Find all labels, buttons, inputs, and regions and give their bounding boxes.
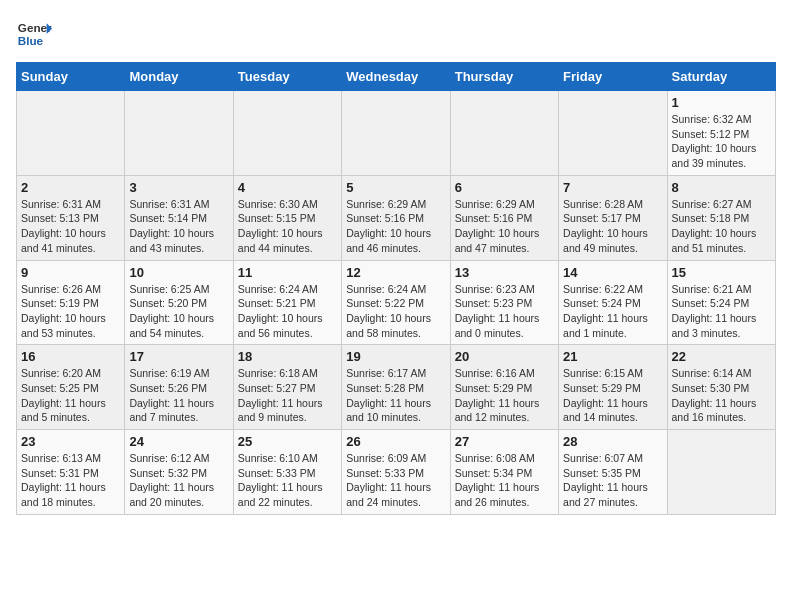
day-info: Sunrise: 6:15 AM Sunset: 5:29 PM Dayligh… (563, 366, 662, 425)
calendar-week-0: 1Sunrise: 6:32 AM Sunset: 5:12 PM Daylig… (17, 91, 776, 176)
day-number: 24 (129, 434, 228, 449)
day-number: 12 (346, 265, 445, 280)
weekday-header-saturday: Saturday (667, 63, 775, 91)
calendar-cell: 2Sunrise: 6:31 AM Sunset: 5:13 PM Daylig… (17, 175, 125, 260)
calendar-cell (17, 91, 125, 176)
weekday-header-sunday: Sunday (17, 63, 125, 91)
calendar-cell (233, 91, 341, 176)
day-info: Sunrise: 6:10 AM Sunset: 5:33 PM Dayligh… (238, 451, 337, 510)
day-info: Sunrise: 6:22 AM Sunset: 5:24 PM Dayligh… (563, 282, 662, 341)
calendar-week-1: 2Sunrise: 6:31 AM Sunset: 5:13 PM Daylig… (17, 175, 776, 260)
logo: General Blue (16, 16, 52, 52)
day-number: 3 (129, 180, 228, 195)
calendar-week-2: 9Sunrise: 6:26 AM Sunset: 5:19 PM Daylig… (17, 260, 776, 345)
calendar-cell: 5Sunrise: 6:29 AM Sunset: 5:16 PM Daylig… (342, 175, 450, 260)
calendar-cell: 27Sunrise: 6:08 AM Sunset: 5:34 PM Dayli… (450, 430, 558, 515)
calendar-cell: 6Sunrise: 6:29 AM Sunset: 5:16 PM Daylig… (450, 175, 558, 260)
day-number: 20 (455, 349, 554, 364)
day-info: Sunrise: 6:12 AM Sunset: 5:32 PM Dayligh… (129, 451, 228, 510)
day-number: 11 (238, 265, 337, 280)
calendar-cell: 17Sunrise: 6:19 AM Sunset: 5:26 PM Dayli… (125, 345, 233, 430)
calendar-cell: 7Sunrise: 6:28 AM Sunset: 5:17 PM Daylig… (559, 175, 667, 260)
day-info: Sunrise: 6:21 AM Sunset: 5:24 PM Dayligh… (672, 282, 771, 341)
calendar-cell: 1Sunrise: 6:32 AM Sunset: 5:12 PM Daylig… (667, 91, 775, 176)
weekday-header-friday: Friday (559, 63, 667, 91)
day-number: 13 (455, 265, 554, 280)
day-info: Sunrise: 6:32 AM Sunset: 5:12 PM Dayligh… (672, 112, 771, 171)
day-info: Sunrise: 6:24 AM Sunset: 5:21 PM Dayligh… (238, 282, 337, 341)
day-number: 23 (21, 434, 120, 449)
day-info: Sunrise: 6:14 AM Sunset: 5:30 PM Dayligh… (672, 366, 771, 425)
calendar-cell: 21Sunrise: 6:15 AM Sunset: 5:29 PM Dayli… (559, 345, 667, 430)
day-number: 2 (21, 180, 120, 195)
day-number: 7 (563, 180, 662, 195)
calendar-table: SundayMondayTuesdayWednesdayThursdayFrid… (16, 62, 776, 515)
calendar-cell: 16Sunrise: 6:20 AM Sunset: 5:25 PM Dayli… (17, 345, 125, 430)
logo-icon: General Blue (16, 16, 52, 52)
day-info: Sunrise: 6:29 AM Sunset: 5:16 PM Dayligh… (455, 197, 554, 256)
day-info: Sunrise: 6:07 AM Sunset: 5:35 PM Dayligh… (563, 451, 662, 510)
calendar-cell: 3Sunrise: 6:31 AM Sunset: 5:14 PM Daylig… (125, 175, 233, 260)
day-info: Sunrise: 6:09 AM Sunset: 5:33 PM Dayligh… (346, 451, 445, 510)
day-number: 22 (672, 349, 771, 364)
weekday-header-monday: Monday (125, 63, 233, 91)
weekday-header-thursday: Thursday (450, 63, 558, 91)
day-info: Sunrise: 6:31 AM Sunset: 5:14 PM Dayligh… (129, 197, 228, 256)
calendar-cell: 13Sunrise: 6:23 AM Sunset: 5:23 PM Dayli… (450, 260, 558, 345)
day-info: Sunrise: 6:17 AM Sunset: 5:28 PM Dayligh… (346, 366, 445, 425)
day-number: 9 (21, 265, 120, 280)
day-number: 5 (346, 180, 445, 195)
day-info: Sunrise: 6:30 AM Sunset: 5:15 PM Dayligh… (238, 197, 337, 256)
day-number: 16 (21, 349, 120, 364)
day-number: 26 (346, 434, 445, 449)
page-header: General Blue (16, 16, 776, 52)
day-number: 15 (672, 265, 771, 280)
day-info: Sunrise: 6:16 AM Sunset: 5:29 PM Dayligh… (455, 366, 554, 425)
calendar-cell: 19Sunrise: 6:17 AM Sunset: 5:28 PM Dayli… (342, 345, 450, 430)
weekday-header-wednesday: Wednesday (342, 63, 450, 91)
calendar-cell: 8Sunrise: 6:27 AM Sunset: 5:18 PM Daylig… (667, 175, 775, 260)
day-number: 10 (129, 265, 228, 280)
calendar-cell: 20Sunrise: 6:16 AM Sunset: 5:29 PM Dayli… (450, 345, 558, 430)
day-number: 6 (455, 180, 554, 195)
calendar-cell (450, 91, 558, 176)
calendar-cell: 4Sunrise: 6:30 AM Sunset: 5:15 PM Daylig… (233, 175, 341, 260)
weekday-header-tuesday: Tuesday (233, 63, 341, 91)
calendar-cell: 12Sunrise: 6:24 AM Sunset: 5:22 PM Dayli… (342, 260, 450, 345)
day-number: 27 (455, 434, 554, 449)
day-info: Sunrise: 6:20 AM Sunset: 5:25 PM Dayligh… (21, 366, 120, 425)
day-number: 18 (238, 349, 337, 364)
day-info: Sunrise: 6:08 AM Sunset: 5:34 PM Dayligh… (455, 451, 554, 510)
day-number: 19 (346, 349, 445, 364)
calendar-cell (559, 91, 667, 176)
calendar-cell: 22Sunrise: 6:14 AM Sunset: 5:30 PM Dayli… (667, 345, 775, 430)
day-info: Sunrise: 6:13 AM Sunset: 5:31 PM Dayligh… (21, 451, 120, 510)
day-info: Sunrise: 6:26 AM Sunset: 5:19 PM Dayligh… (21, 282, 120, 341)
day-info: Sunrise: 6:23 AM Sunset: 5:23 PM Dayligh… (455, 282, 554, 341)
calendar-cell: 26Sunrise: 6:09 AM Sunset: 5:33 PM Dayli… (342, 430, 450, 515)
calendar-week-3: 16Sunrise: 6:20 AM Sunset: 5:25 PM Dayli… (17, 345, 776, 430)
day-number: 4 (238, 180, 337, 195)
day-info: Sunrise: 6:31 AM Sunset: 5:13 PM Dayligh… (21, 197, 120, 256)
calendar-week-4: 23Sunrise: 6:13 AM Sunset: 5:31 PM Dayli… (17, 430, 776, 515)
day-info: Sunrise: 6:28 AM Sunset: 5:17 PM Dayligh… (563, 197, 662, 256)
calendar-cell (342, 91, 450, 176)
day-info: Sunrise: 6:29 AM Sunset: 5:16 PM Dayligh… (346, 197, 445, 256)
day-info: Sunrise: 6:27 AM Sunset: 5:18 PM Dayligh… (672, 197, 771, 256)
day-info: Sunrise: 6:19 AM Sunset: 5:26 PM Dayligh… (129, 366, 228, 425)
day-number: 25 (238, 434, 337, 449)
day-info: Sunrise: 6:24 AM Sunset: 5:22 PM Dayligh… (346, 282, 445, 341)
calendar-cell: 10Sunrise: 6:25 AM Sunset: 5:20 PM Dayli… (125, 260, 233, 345)
calendar-cell: 15Sunrise: 6:21 AM Sunset: 5:24 PM Dayli… (667, 260, 775, 345)
day-info: Sunrise: 6:18 AM Sunset: 5:27 PM Dayligh… (238, 366, 337, 425)
calendar-cell: 11Sunrise: 6:24 AM Sunset: 5:21 PM Dayli… (233, 260, 341, 345)
day-number: 8 (672, 180, 771, 195)
calendar-cell: 24Sunrise: 6:12 AM Sunset: 5:32 PM Dayli… (125, 430, 233, 515)
calendar-cell: 28Sunrise: 6:07 AM Sunset: 5:35 PM Dayli… (559, 430, 667, 515)
calendar-cell (125, 91, 233, 176)
calendar-cell (667, 430, 775, 515)
calendar-cell: 9Sunrise: 6:26 AM Sunset: 5:19 PM Daylig… (17, 260, 125, 345)
calendar-cell: 23Sunrise: 6:13 AM Sunset: 5:31 PM Dayli… (17, 430, 125, 515)
svg-text:Blue: Blue (18, 34, 44, 47)
calendar-header: SundayMondayTuesdayWednesdayThursdayFrid… (17, 63, 776, 91)
